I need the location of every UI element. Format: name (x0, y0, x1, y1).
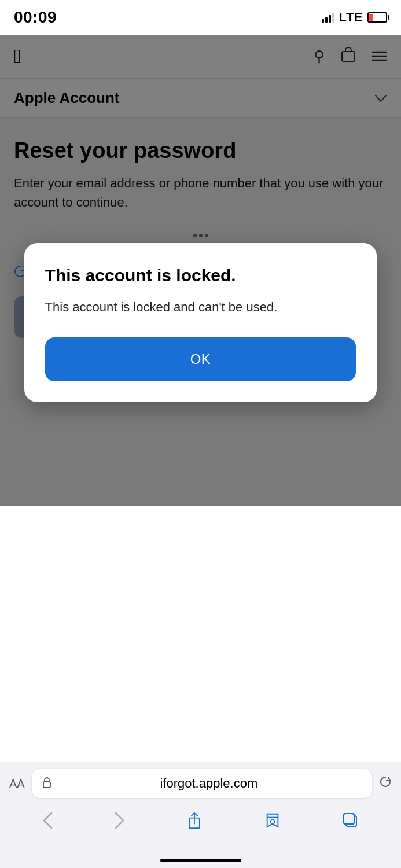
battery-fill (369, 14, 373, 21)
forward-button[interactable] (109, 810, 131, 836)
back-button[interactable] (36, 810, 58, 836)
battery-icon (367, 12, 387, 23)
status-icons: LTE (322, 10, 387, 25)
url-text: iforgot.apple.com (56, 776, 362, 791)
page-background:  ⚲ Apple Account (0, 35, 401, 506)
safari-toolbar (0, 804, 401, 859)
reload-icon[interactable] (379, 775, 392, 792)
aa-text[interactable]: AA (9, 777, 25, 790)
lock-icon (42, 777, 51, 791)
svg-point-9 (270, 819, 275, 824)
lte-label: LTE (339, 10, 363, 25)
alert-modal: This account is locked. This account is … (24, 243, 377, 402)
signal-bars-icon (322, 12, 334, 23)
home-indicator (160, 859, 241, 862)
modal-title: This account is locked. (45, 265, 356, 286)
address-bar-row: AA iforgot.apple.com (0, 762, 401, 804)
status-time: 00:09 (14, 8, 57, 27)
svg-rect-11 (344, 814, 354, 824)
address-bar[interactable]: iforgot.apple.com (32, 769, 372, 798)
ok-button[interactable]: OK (45, 337, 356, 381)
status-bar: 00:09 LTE (0, 0, 401, 35)
modal-overlay: This account is locked. This account is … (0, 35, 401, 506)
svg-rect-5 (43, 782, 50, 788)
tabs-button[interactable] (337, 810, 365, 835)
modal-body: This account is locked and can't be used… (45, 297, 356, 317)
share-button[interactable] (181, 810, 208, 836)
safari-bottom-bar: AA iforgot.apple.com (0, 762, 401, 868)
bookmarks-button[interactable] (259, 810, 286, 836)
